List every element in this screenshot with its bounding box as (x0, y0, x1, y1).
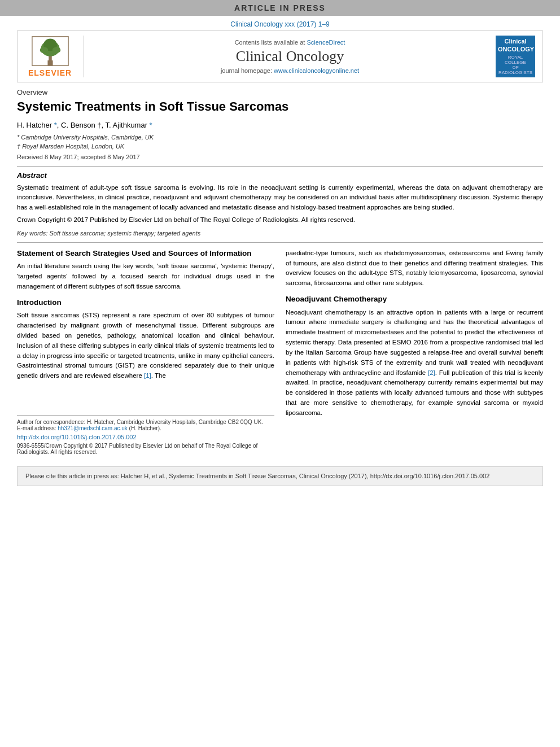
section-search-strategies-text: An initial literature search using the k… (17, 261, 274, 291)
affiliation-2: † Royal Marsden Hospital, London, UK (17, 142, 543, 151)
section-introduction-text: Soft tissue sarcomas (STS) represent a r… (17, 311, 274, 381)
sciencedirect-prefix: Contents lists available at (235, 39, 307, 46)
homepage-url[interactable]: www.clinicaloncologyonline.net (274, 67, 359, 74)
citation-box: Please cite this article in press as: Ha… (17, 466, 543, 486)
article-title: Systemic Treatments in Soft Tissue Sarco… (17, 99, 543, 115)
sciencedirect-line: Contents lists available at ScienceDirec… (90, 39, 490, 46)
article-in-press-banner: ARTICLE IN PRESS (0, 0, 560, 16)
email-line: E-mail address: hh321@medschl.cam.ac.uk … (17, 425, 274, 431)
co-logo-subtitle: ROYAL COLLEGEOF RADIOLOGISTS (498, 55, 533, 75)
elsevier-wordmark: ELSEVIER (28, 68, 72, 77)
author-benson-ref: † (97, 121, 101, 129)
keywords-label: Key words: (17, 230, 47, 237)
divider-2 (17, 242, 543, 243)
right-column: paediatric-type tumours, such as rhabdom… (286, 248, 543, 457)
section-neoadjuvant-text: Neoadjuvant chemotherapy is an attractiv… (286, 308, 543, 418)
journal-center: Contents lists available at ScienceDirec… (90, 39, 490, 74)
email-note: (H. Hatcher). (129, 425, 161, 431)
abstract-text: Systematic treatment of adult-type soft … (17, 183, 543, 213)
journal-header: ELSEVIER Contents lists available at Sci… (17, 30, 543, 82)
keywords-values: Soft tissue sarcoma; systemic therapy; t… (49, 230, 200, 237)
doi-line[interactable]: http://dx.doi.org/10.1016/j.clon.2017.05… (17, 434, 274, 440)
received-date: Received 8 May 2017; accepted 8 May 2017 (17, 154, 543, 160)
article-section-type: Overview (17, 88, 543, 97)
left-column: Statement of Search Strategies Used and … (17, 248, 274, 457)
intro-continuation: paediatric-type tumours, such as rhabdom… (286, 248, 543, 289)
affiliations: * Cambridge University Hospitals, Cambri… (17, 133, 543, 151)
email-address[interactable]: hh321@medschl.cam.ac.uk (58, 425, 128, 431)
author-sep2: , T. Ajithkumar (102, 121, 150, 129)
clinical-oncology-logo: ClinicalONCOLOGY ROYAL COLLEGEOF RADIOLO… (496, 36, 538, 77)
two-column-layout: Statement of Search Strategies Used and … (17, 248, 543, 457)
author-hatcher: H. Hatcher (17, 121, 54, 129)
section-search-strategies-heading: Statement of Search Strategies Used and … (17, 248, 274, 259)
divider-1 (17, 166, 543, 167)
author-sep1: , C. Benson (57, 121, 98, 129)
homepage-prefix: journal homepage: (221, 67, 274, 74)
journal-homepage: journal homepage: www.clinicaloncologyon… (90, 67, 490, 74)
main-content: Overview Systemic Treatments in Soft Tis… (0, 82, 560, 463)
journal-title-main: Clinical Oncology (90, 48, 490, 65)
co-logo-title: ClinicalONCOLOGY (498, 38, 533, 53)
author-ajithkumar-ref: * (150, 121, 152, 129)
svg-point-4 (40, 47, 48, 53)
elsevier-logo: ELSEVIER (22, 36, 84, 77)
affiliation-1: * Cambridge University Hospitals, Cambri… (17, 133, 543, 142)
authors-line: H. Hatcher *, C. Benson †, T. Ajithkumar… (17, 121, 543, 129)
email-label: E-mail address: (17, 425, 56, 431)
abstract-title: Abstract (17, 171, 543, 180)
keywords: Key words: Soft tissue sarcoma; systemic… (17, 230, 543, 237)
author-note: Author for correspondence: H. Hatcher, C… (17, 419, 274, 425)
svg-point-5 (52, 47, 60, 53)
ref-1[interactable]: [1] (144, 372, 151, 379)
svg-rect-0 (47, 60, 53, 65)
abstract-section: Abstract Systematic treatment of adult-t… (17, 171, 543, 237)
footer-copyright: 0936-6555/Crown Copyright © 2017 Publish… (17, 443, 274, 455)
section-introduction-heading: Introduction (17, 298, 274, 308)
abstract-copyright: Crown Copyright © 2017 Published by Else… (17, 215, 543, 225)
section-neoadjuvant-heading: Neoadjuvant Chemotherapy (286, 294, 543, 304)
sciencedirect-link[interactable]: ScienceDirect (307, 39, 345, 46)
journal-citation: Clinical Oncology xxx (2017) 1–9 (0, 16, 560, 30)
ref-2[interactable]: [2] (428, 369, 435, 376)
footnote-section: Author for correspondence: H. Hatcher, C… (17, 415, 274, 431)
elsevier-tree-icon (28, 36, 73, 67)
